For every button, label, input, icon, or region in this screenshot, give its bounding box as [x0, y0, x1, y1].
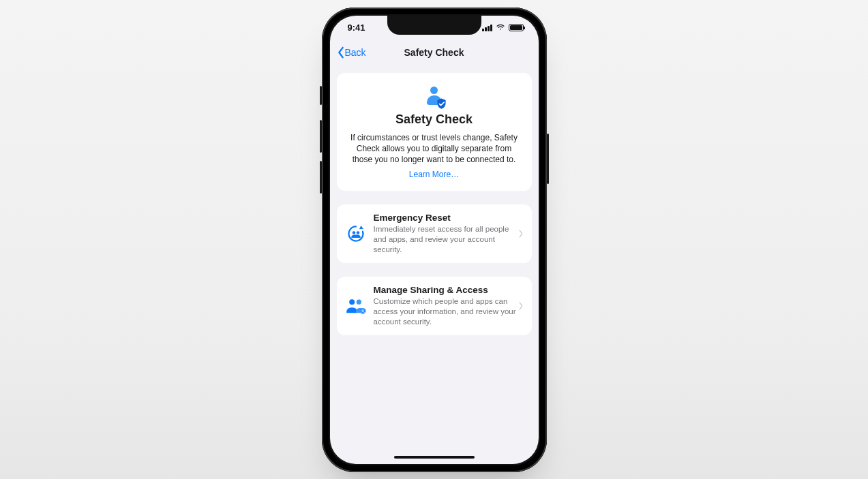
row-emergency-reset[interactable]: Emergency Reset Immediately reset access…	[337, 204, 532, 263]
row-manage-sharing[interactable]: Manage Sharing & Access Customize which …	[337, 277, 532, 335]
back-label: Back	[345, 47, 366, 58]
cellular-signal-icon	[482, 25, 492, 31]
home-indicator[interactable]	[394, 456, 475, 459]
volume-up-button	[320, 120, 322, 153]
battery-icon	[509, 24, 524, 31]
status-time: 9:41	[348, 22, 365, 33]
row-title: Manage Sharing & Access	[374, 285, 518, 295]
side-button	[547, 134, 549, 184]
row-subtitle: Customize which people and apps can acce…	[374, 296, 518, 327]
svg-point-2	[349, 299, 355, 305]
chevron-left-icon	[337, 46, 345, 59]
svg-point-3	[356, 299, 361, 304]
phone-screen: 9:41	[330, 16, 539, 464]
silent-switch	[320, 86, 322, 105]
volume-down-button	[320, 161, 322, 194]
hero-card: Safety Check If circumstances or trust l…	[337, 73, 532, 191]
chevron-right-icon	[518, 302, 525, 310]
notch	[387, 16, 481, 35]
back-button[interactable]: Back	[337, 46, 366, 59]
manage-sharing-icon	[345, 295, 367, 317]
emergency-reset-icon	[345, 223, 367, 245]
learn-more-link[interactable]: Learn More…	[409, 170, 459, 179]
svg-point-1	[356, 231, 359, 234]
nav-bar: Back Safety Check	[330, 40, 539, 65]
svg-point-0	[352, 231, 355, 234]
person-shield-icon	[423, 87, 445, 108]
phone-frame: 9:41	[322, 7, 547, 472]
wifi-icon	[496, 22, 505, 33]
hero-title: Safety Check	[348, 112, 521, 127]
hero-body: If circumstances or trust levels change,…	[348, 132, 521, 166]
row-title: Emergency Reset	[374, 213, 518, 223]
row-subtitle: Immediately reset access for all people …	[374, 224, 518, 255]
chevron-right-icon	[518, 230, 525, 238]
